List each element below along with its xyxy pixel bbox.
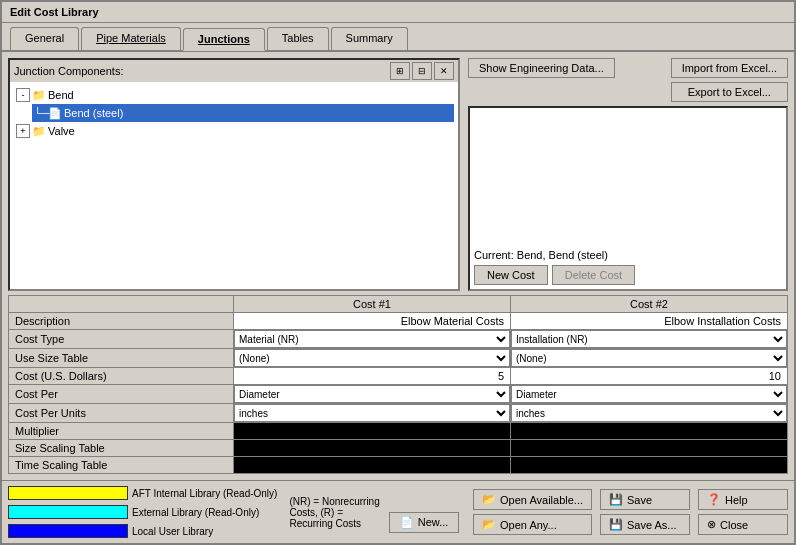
save-as-icon: 💾 bbox=[609, 518, 623, 531]
local-color-swatch bbox=[8, 524, 128, 538]
row-label-time-scaling: Time Scaling Table bbox=[9, 457, 234, 474]
cost-table-section: Cost #1 Cost #2 Description Elbow Materi… bbox=[8, 295, 788, 474]
content-area: Junction Components: ⊞ ⊟ ✕ - 📁 Bend bbox=[2, 52, 794, 480]
tab-general[interactable]: General bbox=[10, 27, 79, 50]
tab-junctions[interactable]: Junctions bbox=[183, 28, 265, 51]
row-label-cost-per: Cost Per bbox=[9, 385, 234, 404]
collapse-all-button[interactable]: ⊟ bbox=[412, 62, 432, 80]
cost-type-1-select[interactable]: Material (NR) bbox=[234, 330, 510, 348]
tree-item-valve[interactable]: + 📁 Valve bbox=[14, 122, 454, 140]
save-icon: 💾 bbox=[609, 493, 623, 506]
row-label-multiplier: Multiplier bbox=[9, 423, 234, 440]
cost-buttons: New Cost Delete Cost bbox=[474, 265, 782, 285]
folder-valve-icon: 📁 bbox=[32, 124, 46, 138]
left-panel: Junction Components: ⊞ ⊟ ✕ - 📁 Bend bbox=[8, 58, 460, 291]
col-label-header bbox=[9, 296, 234, 313]
item-bend-steel-icon: 📄 bbox=[48, 106, 62, 120]
table-row-use-size: Use Size Table (None) (None) bbox=[9, 349, 788, 368]
tab-bar: General Pipe Materials Junctions Tables … bbox=[2, 23, 794, 52]
right-top: Show Engineering Data... Import from Exc… bbox=[468, 58, 788, 102]
tree-label-bend: Bend bbox=[48, 86, 74, 104]
cost-per-2-select[interactable]: Diameter bbox=[511, 385, 787, 403]
row-cost1-cost-type[interactable]: Material (NR) bbox=[234, 330, 511, 349]
cost-table: Cost #1 Cost #2 Description Elbow Materi… bbox=[8, 295, 788, 474]
junction-components-label: Junction Components: bbox=[14, 65, 123, 77]
ext-legend-label: External Library (Read-Only) bbox=[132, 507, 259, 518]
tab-pipe-materials[interactable]: Pipe Materials bbox=[81, 27, 181, 50]
row-cost2-units[interactable]: inches bbox=[511, 404, 788, 423]
table-row-cost-per-units: Cost Per Units inches inches bbox=[9, 404, 788, 423]
tab-tables[interactable]: Tables bbox=[267, 27, 329, 50]
footer-note: (NR) = Nonrecurring Costs, (R) = Recurri… bbox=[285, 496, 381, 529]
expand-all-button[interactable]: ⊞ bbox=[390, 62, 410, 80]
window-title: Edit Cost Library bbox=[10, 6, 99, 18]
table-row-cost-per: Cost Per Diameter Diameter bbox=[9, 385, 788, 404]
cost-type-2-select[interactable]: Installation (NR) bbox=[511, 330, 787, 348]
row-label-cost-usd: Cost (U.S. Dollars) bbox=[9, 368, 234, 385]
delete-tree-button[interactable]: ✕ bbox=[434, 62, 454, 80]
new-cost-button[interactable]: New Cost bbox=[474, 265, 548, 285]
local-legend-label: Local User Library bbox=[132, 526, 213, 537]
new-button[interactable]: 📄 New... bbox=[389, 512, 459, 533]
row-label-cost-type: Cost Type bbox=[9, 330, 234, 349]
row-label-description: Description bbox=[9, 313, 234, 330]
top-section: Junction Components: ⊞ ⊟ ✕ - 📁 Bend bbox=[8, 58, 788, 291]
cost-per-1-select[interactable]: Diameter bbox=[234, 385, 510, 403]
units-2-select[interactable]: inches bbox=[511, 404, 787, 422]
tree-item-bend-steel[interactable]: └─ 📄 Bend (steel) bbox=[32, 104, 454, 122]
tree-area: - 📁 Bend └─ 📄 Bend (steel) bbox=[10, 82, 458, 289]
footer: AFT Internal Library (Read-Only) Externa… bbox=[2, 480, 794, 543]
row-label-use-size: Use Size Table bbox=[9, 349, 234, 368]
delete-cost-button[interactable]: Delete Cost bbox=[552, 265, 635, 285]
row-cost1-usd[interactable]: 5 bbox=[234, 368, 511, 385]
new-btn-area: 📄 New... bbox=[389, 492, 459, 533]
use-size-2-select[interactable]: (None) bbox=[511, 349, 787, 367]
units-1-select[interactable]: inches bbox=[234, 404, 510, 422]
import-from-excel-button[interactable]: Import from Excel... bbox=[671, 58, 788, 78]
row-cost1-description: Elbow Material Costs bbox=[234, 313, 511, 330]
help-icon: ❓ bbox=[707, 493, 721, 506]
row-cost2-description: Elbow Installation Costs bbox=[511, 313, 788, 330]
right-content: Current: Bend, Bend (steel) New Cost Del… bbox=[468, 106, 788, 291]
open-available-button[interactable]: 📂 Open Available... bbox=[473, 489, 592, 510]
open-available-icon: 📂 bbox=[482, 493, 496, 506]
row-cost1-size-scaling bbox=[234, 440, 511, 457]
row-cost2-size-scaling bbox=[511, 440, 788, 457]
title-bar: Edit Cost Library bbox=[2, 2, 794, 23]
legend-box: AFT Internal Library (Read-Only) Externa… bbox=[8, 485, 277, 539]
expand-valve-icon[interactable]: + bbox=[16, 124, 30, 138]
junction-label-bar: Junction Components: ⊞ ⊟ ✕ bbox=[10, 60, 458, 82]
aft-color-swatch bbox=[8, 486, 128, 500]
save-as-button[interactable]: 💾 Save As... bbox=[600, 514, 690, 535]
legend-ext: External Library (Read-Only) bbox=[8, 504, 277, 520]
help-button[interactable]: ❓ Help bbox=[698, 489, 788, 510]
tab-summary[interactable]: Summary bbox=[331, 27, 408, 50]
row-cost1-units[interactable]: inches bbox=[234, 404, 511, 423]
legend-aft: AFT Internal Library (Read-Only) bbox=[8, 485, 277, 501]
row-cost2-usd[interactable]: 10 bbox=[511, 368, 788, 385]
tree-line-bend-steel: └─ bbox=[34, 104, 48, 122]
footer-btn-group-3: ❓ Help ⊗ Close bbox=[698, 489, 788, 535]
close-button[interactable]: ⊗ Close bbox=[698, 514, 788, 535]
tree-item-bend[interactable]: - 📁 Bend bbox=[14, 86, 454, 104]
open-any-button[interactable]: 📂 Open Any... bbox=[473, 514, 592, 535]
show-engineering-data-button[interactable]: Show Engineering Data... bbox=[468, 58, 615, 78]
table-row-cost-usd: Cost (U.S. Dollars) 5 10 bbox=[9, 368, 788, 385]
save-button[interactable]: 💾 Save bbox=[600, 489, 690, 510]
open-any-icon: 📂 bbox=[482, 518, 496, 531]
row-cost1-cost-per[interactable]: Diameter bbox=[234, 385, 511, 404]
tree-label-valve: Valve bbox=[48, 122, 75, 140]
tree-toolbar: ⊞ ⊟ ✕ bbox=[390, 62, 454, 80]
use-size-1-select[interactable]: (None) bbox=[234, 349, 510, 367]
row-cost1-use-size[interactable]: (None) bbox=[234, 349, 511, 368]
row-cost2-multiplier bbox=[511, 423, 788, 440]
new-icon: 📄 bbox=[400, 516, 414, 529]
row-cost2-use-size[interactable]: (None) bbox=[511, 349, 788, 368]
folder-bend-icon: 📁 bbox=[32, 88, 46, 102]
right-panel: Show Engineering Data... Import from Exc… bbox=[468, 58, 788, 291]
eng-data-area: Show Engineering Data... bbox=[468, 58, 663, 102]
export-to-excel-button[interactable]: Export to Excel... bbox=[671, 82, 788, 102]
expand-bend-icon[interactable]: - bbox=[16, 88, 30, 102]
row-cost2-cost-type[interactable]: Installation (NR) bbox=[511, 330, 788, 349]
row-cost2-cost-per[interactable]: Diameter bbox=[511, 385, 788, 404]
